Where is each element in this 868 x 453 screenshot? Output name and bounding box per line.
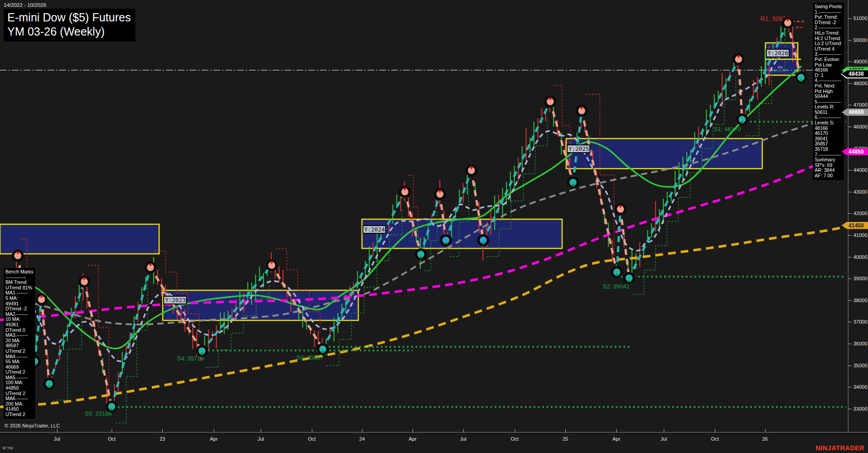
- time-axis-label: Oct: [511, 436, 518, 442]
- trail-stop-steps: [633, 76, 736, 294]
- panel-line: DTrend -2: [5, 306, 33, 312]
- price-axis-tick: [848, 322, 852, 322]
- swing-down-leg: [739, 59, 742, 119]
- time-axis-label: Jul: [661, 436, 667, 442]
- time-axis-label: Jul: [54, 436, 60, 442]
- panel-line: UTrend 2: [5, 412, 33, 417]
- price-axis-label: 38000: [853, 298, 868, 303]
- price-axis-tick: [848, 387, 852, 387]
- panel-line: HiLo Trend:: [815, 31, 842, 36]
- price-axis-label: 40000: [853, 254, 868, 260]
- price-axis-tick: [848, 127, 852, 127]
- time-axis-label: 24: [359, 436, 365, 442]
- swing-down-leg: [41, 299, 49, 384]
- time-axis-label: Jul: [460, 436, 466, 442]
- panel-line: 55 MA:: [5, 359, 33, 365]
- year-label-text: Y:2024: [364, 226, 385, 233]
- time-axis-tick: [715, 429, 715, 432]
- price-axis-label: 48000: [853, 81, 868, 86]
- price-axis-label: 34000: [853, 384, 868, 390]
- panel-line: 44850: [5, 386, 33, 391]
- panel-line: Pvt. Next:: [815, 83, 842, 89]
- instrument-title-line2: YM 03-26 (Weekly): [7, 25, 131, 39]
- price-axis-tick: [848, 192, 852, 192]
- panel-line: AF: 7.00: [815, 173, 842, 179]
- time-axis-label: Jul: [258, 436, 264, 442]
- swing-down-leg: [84, 282, 112, 407]
- year-range-box: [0, 224, 159, 254]
- price-axis-tick: [848, 18, 852, 19]
- ninjatrader-chart-window: R1: 50611S1: 46170S2: 39041S3: 35857S4: …: [0, 0, 868, 453]
- panel-line: 49361: [5, 322, 33, 328]
- time-axis-tick: [261, 429, 261, 432]
- time-axis-tick: [616, 429, 617, 432]
- panel-line: Lo:2 UTrend: [815, 41, 842, 46]
- time-axis[interactable]: JulOct23AprJulOct24AprJulOct25AprJulOct2…: [0, 432, 868, 453]
- swing-up-leg: [323, 192, 405, 349]
- time-axis-label: 25: [563, 436, 568, 442]
- price-axis-label: 50000: [853, 37, 868, 43]
- panel-line: 50444: [815, 94, 842, 99]
- time-axis-tick: [413, 429, 413, 432]
- time-axis-tick: [765, 429, 765, 432]
- panel-line: 5 MA:: [5, 296, 33, 301]
- price-axis-tick: [848, 278, 852, 279]
- price-axis-label: 47000: [853, 102, 868, 108]
- price-axis-label: 35000: [853, 363, 868, 368]
- price-badge-48438: 48438: [842, 70, 868, 77]
- time-axis-tick: [515, 429, 515, 432]
- swing-pivots-panel: Swing Pivots1.--------------Pvt. Trend:D…: [813, 3, 844, 180]
- price-badge-44850: 44850: [842, 148, 868, 155]
- level-label-s1: S1: 46170: [714, 126, 741, 133]
- price-axis-tick: [848, 365, 852, 366]
- level-label-s3: S3: 35857: [296, 354, 323, 361]
- price-axis-label: 33000: [853, 406, 868, 412]
- time-axis-label: Oct: [308, 436, 315, 442]
- time-axis-label: 23: [160, 436, 165, 442]
- price-axis-label: 41000: [853, 232, 868, 238]
- swing-up-leg: [617, 209, 620, 272]
- panel-line: Swing Pivots: [815, 4, 842, 10]
- time-axis-tick: [57, 429, 57, 432]
- price-axis-tick: [848, 257, 852, 257]
- panel-line: 48166: [815, 67, 842, 73]
- pn-tag: Pn: [778, 65, 783, 70]
- panel-line: UTrend 2: [5, 349, 33, 354]
- time-axis-label: Oct: [711, 436, 718, 442]
- panel-line: Pvt. Evolve:: [815, 57, 842, 62]
- swing-down-leg: [582, 111, 617, 272]
- panel-line: Bench Marks: [5, 269, 33, 275]
- trail-stop-steps: [88, 265, 109, 390]
- swing-up-leg: [35, 299, 41, 361]
- ninjatrader-logo: NINJATRADER: [816, 444, 864, 452]
- panel-line: MA3.-------: [5, 333, 33, 338]
- price-axis-tick: [848, 40, 852, 41]
- price-axis-label: 51000: [853, 15, 868, 21]
- panel-line: Levels S:: [815, 120, 842, 126]
- price-axis-tick: [848, 235, 852, 236]
- year-label-text: Y:2026: [768, 50, 788, 57]
- time-axis-label: 26: [762, 436, 768, 442]
- instrument-tag: W YM: [2, 446, 13, 450]
- price-badge-41450: 41450: [842, 222, 868, 229]
- price-badge-46669: 46669: [842, 108, 868, 116]
- ma-line-20ma: [4, 66, 801, 349]
- time-axis-label: Oct: [108, 436, 115, 442]
- chart-header: 14/2022 - 10/2026 E-mini Dow ($5) Future…: [4, 2, 135, 41]
- time-axis-tick: [162, 429, 163, 432]
- price-axis-tick: [848, 409, 852, 409]
- price-chart-canvas[interactable]: R1: 50611S1: 46170S2: 39041S3: 35857S4: …: [0, 0, 868, 453]
- price-axis[interactable]: 5100050000490004800047000460004500044000…: [848, 0, 868, 432]
- price-axis-label: 36000: [853, 341, 868, 346]
- year-range-box: [362, 219, 562, 248]
- time-axis-tick: [112, 429, 112, 432]
- year-label-text: Y:2023: [165, 297, 186, 304]
- time-axis-label: Apr: [408, 436, 416, 442]
- price-axis-label: 43000: [853, 189, 868, 195]
- price-axis-tick: [848, 344, 852, 344]
- time-axis-label: Apr: [612, 436, 620, 442]
- price-axis-label: 44000: [853, 167, 868, 173]
- price-axis-tick: [848, 62, 852, 62]
- swing-up-leg: [112, 268, 150, 407]
- time-axis-tick: [664, 429, 664, 432]
